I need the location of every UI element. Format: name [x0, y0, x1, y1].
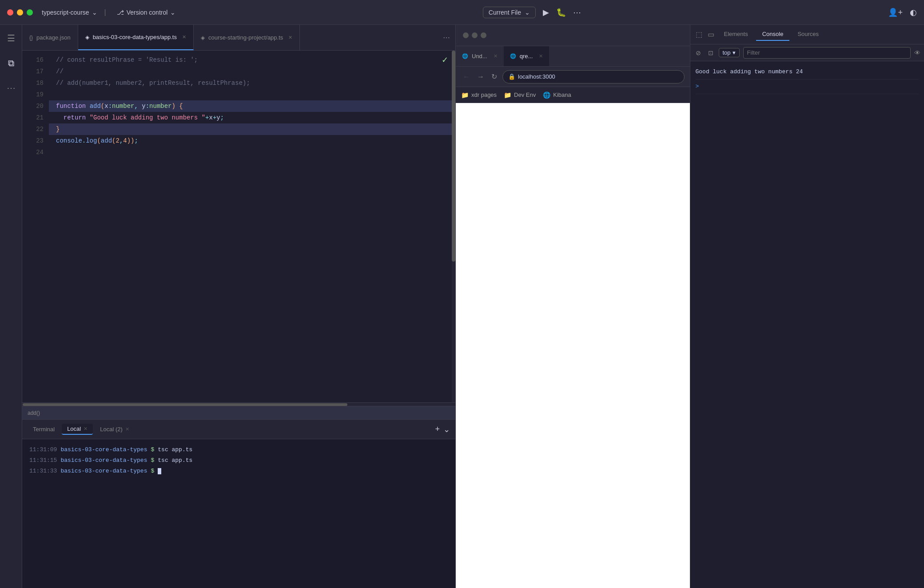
- bookmark-xdr[interactable]: 📁 xdr pages: [461, 91, 497, 99]
- main-layout: ☰ ⧉ ⋯ {} package.json ◈ basics-03-core-d…: [0, 25, 924, 588]
- terminal-add-button[interactable]: +: [435, 425, 440, 434]
- terminal-line-3: 11:31:33 basics-03-core-data-types $: [29, 466, 448, 477]
- code-area: 16 17 18 19 20 21 22 23 24 // const resu…: [22, 51, 455, 406]
- terminal-cursor: [158, 468, 161, 474]
- title-bar: typescript-course ⌄ | ⎇ Version control …: [0, 0, 924, 25]
- devtools-inspect-icon[interactable]: ⬚: [694, 28, 704, 40]
- browser-tab-1[interactable]: 🌐 Und... ✕: [456, 46, 504, 66]
- terminal-tab-bar: Terminal Local ✕ Local (2) ✕ + ⌄: [22, 420, 455, 439]
- nav-refresh-button[interactable]: ↻: [490, 71, 499, 83]
- line-num-22: 22: [22, 123, 44, 135]
- devtools-toolbar: ⊘ ⊡ top ▾ 👁: [690, 44, 924, 61]
- browser-chrome: 🌐 Und... ✕ 🌐 qre... ✕ ← → ↻ 🔒 localhost:…: [456, 25, 690, 103]
- nav-back-button[interactable]: ←: [461, 71, 472, 83]
- traffic-light-green[interactable]: [27, 9, 33, 16]
- devtools-tab-sources[interactable]: Sources: [791, 28, 825, 41]
- console-filter-input[interactable]: [743, 47, 911, 59]
- browser-tab-2[interactable]: 🌐 qre... ✕: [504, 46, 550, 66]
- settings-icon[interactable]: ◐: [910, 8, 917, 17]
- code-line-16: // const resultPhrase = 'Result is: ';: [49, 54, 455, 66]
- terminal-local2-close[interactable]: ✕: [125, 426, 129, 432]
- bookmark-kibana[interactable]: 🌐 Kibana: [543, 91, 571, 99]
- console-context-selector[interactable]: top ▾: [719, 48, 740, 57]
- status-bar: add(): [22, 406, 455, 419]
- run-chevron: ⌄: [525, 9, 530, 16]
- terminal-line-1: 11:31:09 basics-03-core-data-types $ tsc…: [29, 445, 448, 455]
- line-numbers: 16 17 18 19 20 21 22 23 24: [22, 51, 49, 402]
- console-block-button[interactable]: ⊡: [706, 48, 715, 58]
- status-label: add(): [28, 410, 40, 416]
- tab-app-ts-main[interactable]: ◈ basics-03-core-data-types/app.ts ✕: [78, 25, 194, 50]
- line-num-17: 17: [22, 66, 44, 77]
- bookmark-devenv[interactable]: 📁 Dev Env: [504, 91, 536, 99]
- code-content: 16 17 18 19 20 21 22 23 24 // const resu…: [22, 51, 455, 402]
- bookmark-label-xdr: xdr pages: [471, 91, 497, 98]
- address-bar[interactable]: 🔒 localhost:3000: [502, 70, 685, 83]
- code-horizontal-scrollbar[interactable]: [22, 402, 455, 406]
- line-num-16: 16: [22, 54, 44, 66]
- tab-label-course: course-starting-project/app.ts: [208, 34, 283, 41]
- code-line-21: return "Good luck adding two numbers "+x…: [49, 112, 455, 123]
- console-prompt-line[interactable]: >: [696, 79, 919, 94]
- sidebar-item-more[interactable]: ⋯: [3, 80, 19, 96]
- more-button[interactable]: ⋯: [573, 8, 581, 17]
- traffic-light-yellow[interactable]: [17, 9, 23, 16]
- br-traffic-lights: [463, 32, 486, 38]
- term-prompt-2: $: [151, 455, 154, 466]
- code-line-18: // add(number1, number2, printResult, re…: [49, 77, 455, 89]
- line-num-20: 20: [22, 100, 44, 112]
- run-button[interactable]: ▶: [543, 8, 549, 17]
- run-config[interactable]: Current File ⌄: [483, 7, 536, 18]
- bookmark-label-devenv: Dev Env: [514, 91, 536, 98]
- tab-app-ts-course[interactable]: ◈ course-starting-project/app.ts ✕: [194, 25, 300, 50]
- tab-icon-package: {}: [29, 35, 33, 41]
- sidebar-item-search[interactable]: ⧉: [3, 55, 19, 71]
- sidebar-item-explorer[interactable]: ☰: [3, 30, 19, 46]
- br-tl-3: [481, 32, 486, 38]
- version-control[interactable]: ⎇ Version control ⌄: [117, 9, 176, 16]
- title-bar-center: Current File ⌄ ▶ 🐛 ⋯: [181, 7, 883, 18]
- tab-more[interactable]: ⋯: [438, 25, 455, 50]
- debug-button[interactable]: 🐛: [556, 8, 566, 17]
- browser-tab-close-2[interactable]: ✕: [539, 53, 543, 59]
- console-eye-button[interactable]: 👁: [914, 49, 920, 56]
- terminal-tab-local2[interactable]: Local (2) ✕: [95, 424, 135, 434]
- line-num-19: 19: [22, 89, 44, 100]
- traffic-light-red[interactable]: [7, 9, 13, 16]
- term-path-1: basics-03-core-data-types: [60, 445, 147, 455]
- browser-tab-icon-2: 🌐: [510, 53, 516, 59]
- tab-bar: {} package.json ◈ basics-03-core-data-ty…: [22, 25, 455, 51]
- tab-label-main: basics-03-core-data-types/app.ts: [93, 34, 177, 40]
- terminal-tab-terminal[interactable]: Terminal: [28, 424, 60, 434]
- console-clear-button[interactable]: ⊘: [694, 48, 703, 58]
- editor-scrollbar-thumb: [452, 51, 455, 262]
- bookmark-globe-icon: 🌐: [543, 91, 550, 99]
- terminal-local-label: Local: [67, 425, 81, 432]
- nav-forward-button[interactable]: →: [475, 71, 486, 83]
- br-tl-1: [463, 32, 469, 38]
- term-time-2: 11:31:15: [29, 455, 57, 466]
- term-prompt-1: $: [151, 445, 154, 455]
- terminal-tab-local[interactable]: Local ✕: [62, 424, 93, 435]
- browser-tab-close-1[interactable]: ✕: [494, 53, 498, 59]
- activity-bar: ☰ ⧉ ⋯: [0, 25, 22, 588]
- terminal-local-close[interactable]: ✕: [84, 426, 88, 432]
- term-time-3: 11:31:33: [29, 466, 57, 477]
- editor-scrollbar[interactable]: [452, 51, 455, 402]
- tab-close-main[interactable]: ✕: [182, 34, 186, 40]
- devtools-tab-elements[interactable]: Elements: [718, 28, 754, 41]
- devtools-tab-console[interactable]: Console: [756, 28, 790, 41]
- bookmark-folder-icon-2: 📁: [504, 91, 511, 99]
- browser-nav: ← → ↻ 🔒 localhost:3000: [456, 67, 690, 87]
- tab-close-course[interactable]: ✕: [288, 35, 292, 40]
- tab-package-json[interactable]: {} package.json: [22, 25, 78, 50]
- project-selector[interactable]: typescript-course ⌄: [42, 9, 97, 16]
- devtools-device-icon[interactable]: ▭: [706, 28, 716, 40]
- collab-icon[interactable]: 👤+: [888, 8, 903, 17]
- code-editor[interactable]: // const resultPhrase = 'Result is: '; /…: [49, 51, 455, 402]
- term-path-2: basics-03-core-data-types: [60, 455, 147, 466]
- context-label: top: [723, 49, 731, 56]
- code-line-24: [49, 147, 455, 158]
- terminal-line-2: 11:31:15 basics-03-core-data-types $ tsc…: [29, 455, 448, 466]
- terminal-more-button[interactable]: ⌄: [443, 425, 450, 434]
